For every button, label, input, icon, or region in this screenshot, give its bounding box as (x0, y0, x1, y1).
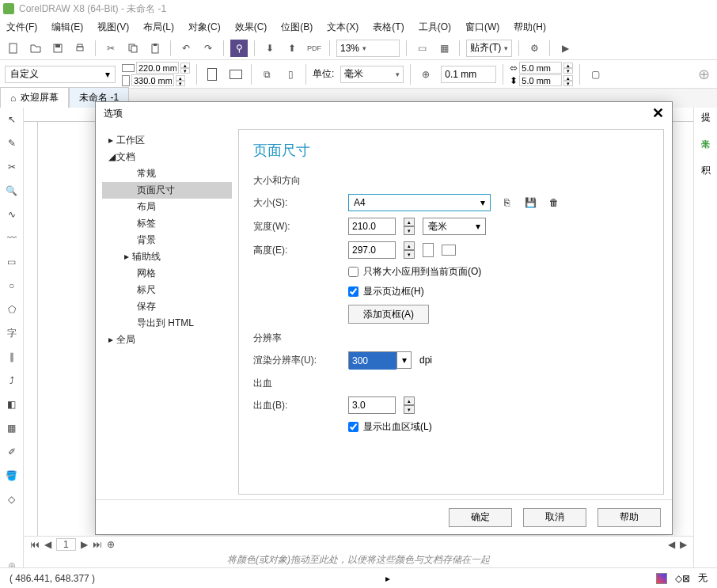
tree-global[interactable]: ▸全局 (102, 332, 232, 348)
width-spin-up[interactable]: ▴ (404, 218, 415, 226)
docker-item[interactable]: 积 (701, 164, 711, 177)
status-play-icon[interactable]: ▸ (385, 573, 390, 584)
outline-tool[interactable]: ◇ (3, 491, 21, 508)
tree-export-html[interactable]: 导出到 HTML (102, 315, 232, 332)
help-button[interactable]: 帮助 (598, 508, 661, 527)
transparency-tool[interactable]: ▦ (3, 419, 21, 437)
page-next[interactable]: ▶ (81, 539, 88, 550)
tree-document[interactable]: ◢文档 (102, 149, 232, 165)
ruler-vertical[interactable] (24, 122, 38, 575)
options-button[interactable]: ⚙ (525, 40, 543, 57)
tree-page-size[interactable]: 页面尺寸 (102, 182, 232, 199)
tree-layout[interactable]: 布局 (102, 199, 232, 215)
crop-tool[interactable]: ✂ (3, 158, 21, 176)
page-preset-combo[interactable]: 自定义 ▾ (5, 66, 116, 83)
paste-button[interactable] (146, 40, 164, 57)
frame-button[interactable]: ▢ (586, 66, 604, 83)
bleed-input[interactable]: 3.0 (348, 396, 396, 414)
undo-button[interactable]: ↶ (177, 40, 195, 57)
ellipse-tool[interactable]: ○ (3, 277, 21, 294)
bleed-spin-up[interactable]: ▴ (404, 396, 415, 405)
height-input[interactable]: 297.0 (348, 241, 396, 259)
menu-file[interactable]: 文件(F) (6, 21, 37, 34)
tree-workspace[interactable]: ▸工作区 (102, 132, 232, 149)
scroll-right[interactable]: ▶ (680, 539, 687, 550)
text-tool[interactable]: 字 (3, 324, 21, 342)
nudge-input[interactable]: 0.1 mm (441, 66, 496, 83)
tree-rulers[interactable]: 标尺 (102, 282, 232, 298)
tree-background[interactable]: 背景 (102, 232, 232, 248)
new-button[interactable] (5, 40, 22, 57)
tree-grid[interactable]: 网格 (102, 265, 232, 282)
docker-hint[interactable]: 提 (701, 111, 711, 124)
width-down[interactable]: ▾ (180, 68, 190, 74)
pdf-button[interactable]: PDF (305, 40, 323, 57)
bleed-spin-down[interactable]: ▾ (404, 405, 415, 414)
page-last[interactable]: ⏭ (93, 539, 102, 550)
landscape-option[interactable] (442, 245, 456, 256)
page-add[interactable]: ⊕ (107, 539, 115, 550)
height-up[interactable]: ▴ (176, 75, 185, 81)
height-spin-up[interactable]: ▴ (404, 241, 415, 250)
trash-icon[interactable]: 🗑 (546, 195, 562, 211)
width-input[interactable]: 210.0 (348, 218, 396, 235)
scroll-left[interactable]: ◀ (668, 539, 675, 550)
height-down[interactable]: ▾ (176, 81, 185, 86)
cut-button[interactable]: ✂ (102, 40, 120, 57)
menu-view[interactable]: 视图(V) (97, 21, 129, 34)
show-border-checkbox[interactable] (348, 286, 358, 297)
launch-button[interactable]: ▶ (556, 40, 574, 57)
export-button[interactable]: ⬆ (283, 40, 301, 57)
menu-window[interactable]: 窗口(W) (465, 21, 499, 34)
menu-object[interactable]: 对象(C) (188, 21, 221, 34)
page-prev[interactable]: ◀ (44, 539, 51, 550)
close-icon[interactable]: ✕ (652, 104, 664, 122)
zoom-tool[interactable]: 🔍 (3, 182, 21, 199)
portrait-option[interactable] (423, 243, 434, 257)
snap-combo[interactable]: 贴齐(T)▾ (466, 40, 512, 57)
dup-y-input[interactable] (519, 74, 562, 86)
menu-tools[interactable]: 工具(O) (419, 21, 451, 34)
page-width-input[interactable] (136, 62, 179, 74)
render-res-input[interactable]: 300 (349, 352, 396, 370)
copy-button[interactable] (124, 40, 142, 57)
menu-edit[interactable]: 编辑(E) (51, 21, 83, 34)
width-spin-down[interactable]: ▾ (404, 226, 415, 235)
tree-label[interactable]: 标签 (102, 215, 232, 232)
height-spin-down[interactable]: ▾ (404, 250, 415, 259)
apply-current-checkbox[interactable] (348, 267, 358, 277)
pick-tool[interactable]: ↖ (3, 111, 21, 128)
artistic-tool[interactable]: 〰 (3, 230, 21, 247)
outline-swatch-icon[interactable]: ◇⊠ (675, 573, 690, 584)
menu-layout[interactable]: 布局(L) (143, 21, 174, 34)
show-bleed-checkbox[interactable] (348, 422, 358, 432)
fill-swatch-icon[interactable] (656, 573, 667, 584)
add-button[interactable]: ⊕ (695, 66, 712, 83)
size-combo[interactable]: A4▾ (348, 194, 491, 211)
units-combo[interactable]: 毫米▾ (340, 66, 404, 83)
redo-button[interactable]: ↷ (199, 40, 217, 57)
page-first[interactable]: ⏮ (30, 539, 40, 550)
connector-tool[interactable]: ⤴ (3, 372, 21, 389)
print-button[interactable] (71, 40, 89, 57)
cancel-button[interactable]: 取消 (523, 508, 586, 527)
menu-effects[interactable]: 效果(C) (235, 21, 267, 34)
fullscreen-button[interactable]: ▭ (413, 40, 431, 57)
landscape-button[interactable] (227, 66, 245, 83)
menu-help[interactable]: 帮助(H) (514, 21, 546, 34)
shape-tool[interactable]: ✎ (3, 135, 21, 152)
all-pages-button[interactable]: ⧉ (258, 66, 275, 83)
add-frame-button[interactable]: 添加页框(A) (348, 305, 429, 324)
eyedropper-tool[interactable]: ✐ (3, 443, 21, 461)
tab-welcome[interactable]: ⌂ 欢迎屏幕 (0, 87, 69, 108)
tree-save[interactable]: 保存 (102, 298, 232, 315)
rectangle-tool[interactable]: ▭ (3, 253, 21, 271)
polygon-tool[interactable]: ⬠ (3, 301, 21, 318)
menu-table[interactable]: 表格(T) (373, 21, 404, 34)
disk-icon[interactable]: 💾 (522, 195, 538, 211)
dropshadow-tool[interactable]: ◧ (3, 396, 21, 413)
color-palette-bar[interactable]: 将颜色(或对象)拖动至此处，以便将这些颜色与文档存储在一起 (24, 552, 693, 567)
page-height-input[interactable] (131, 74, 174, 86)
open-button[interactable] (27, 40, 44, 57)
freehand-tool[interactable]: ∿ (3, 206, 21, 223)
